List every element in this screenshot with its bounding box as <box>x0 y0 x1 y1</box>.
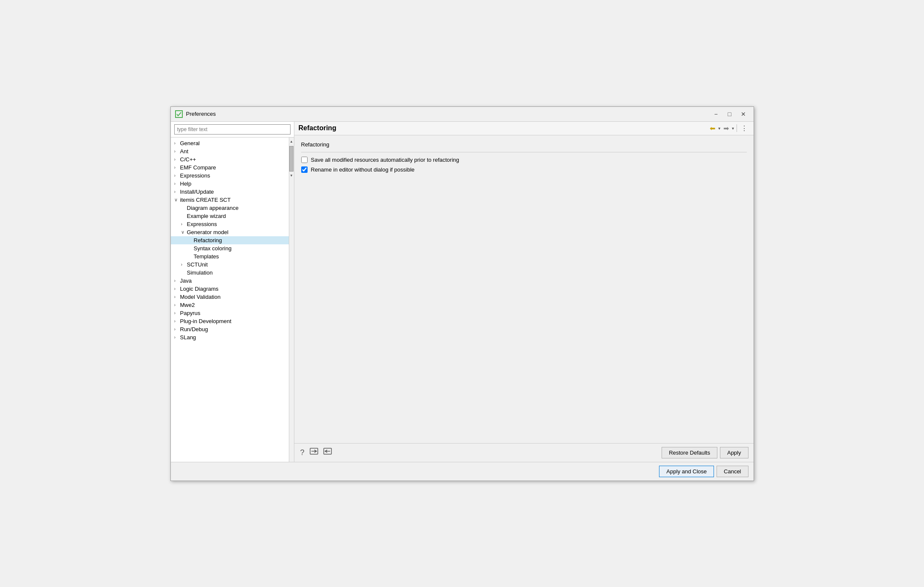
sidebar-item-generator-model[interactable]: ∨Generator model <box>171 228 289 236</box>
sidebar-item-example-wizard[interactable]: Example wizard <box>171 212 289 220</box>
tree-label-diagram-appearance: Diagram appearance <box>187 205 239 211</box>
tree-label-help: Help <box>180 180 192 187</box>
scroll-down-arrow[interactable]: ▼ <box>289 172 294 179</box>
tree-label-expressions-top: Expressions <box>180 172 210 179</box>
sidebar-item-model-validation[interactable]: ›Model Validation <box>171 293 289 301</box>
back-dropdown[interactable]: ▾ <box>718 125 721 132</box>
right-panel: Refactoring ⬅ ▾ ➡ ▾ ⋮ Refactoring Save a… <box>294 122 754 462</box>
sidebar-item-templates[interactable]: Templates <box>171 252 289 261</box>
tree-arrow-papyrus: › <box>174 310 180 315</box>
tree-label-model-validation: Model Validation <box>180 294 221 300</box>
tree-label-plugin-dev: Plug-in Development <box>180 318 232 324</box>
sidebar-tree: ›General›Ant›C/C++›EMF Compare›Expressio… <box>171 137 289 462</box>
sidebar: ›General›Ant›C/C++›EMF Compare›Expressio… <box>171 122 294 462</box>
sidebar-item-sctunit[interactable]: ›SCTUnit <box>171 261 289 269</box>
sidebar-item-java[interactable]: ›Java <box>171 277 289 285</box>
sidebar-scrollbar[interactable]: ▲ ▼ <box>289 137 294 462</box>
sidebar-item-run-debug[interactable]: ›Run/Debug <box>171 325 289 333</box>
toolbar-actions: ⬅ ▾ ➡ ▾ ⋮ <box>708 123 749 133</box>
bottom-left-icons: ? <box>299 447 333 458</box>
tree-arrow-expressions-top: › <box>174 173 180 178</box>
sidebar-item-itemis-create[interactable]: ∨itemis CREATE SCT <box>171 196 289 204</box>
forward-dropdown[interactable]: ▾ <box>731 125 734 132</box>
panel-toolbar: Refactoring ⬅ ▾ ➡ ▾ ⋮ <box>294 122 754 135</box>
sidebar-item-refactoring[interactable]: Refactoring <box>171 236 289 244</box>
sidebar-item-help[interactable]: ›Help <box>171 180 289 188</box>
sidebar-item-expressions-child[interactable]: ›Expressions <box>171 220 289 228</box>
tree-label-sctunit: SCTUnit <box>187 261 208 268</box>
tree-arrow-slang: › <box>174 335 180 340</box>
apply-button[interactable]: Apply <box>720 447 748 458</box>
scroll-thumb[interactable] <box>289 146 294 172</box>
sidebar-item-general[interactable]: ›General <box>171 139 289 147</box>
save-modified-checkbox[interactable] <box>301 157 308 163</box>
tree-arrow-java: › <box>174 278 180 283</box>
scroll-up-arrow[interactable]: ▲ <box>289 138 294 145</box>
maximize-button[interactable]: □ <box>724 109 736 119</box>
tree-arrow-sctunit: › <box>181 262 187 267</box>
sidebar-item-syntax-coloring[interactable]: Syntax coloring <box>171 244 289 252</box>
sidebar-item-cpp[interactable]: ›C/C++ <box>171 155 289 163</box>
restore-defaults-button[interactable]: Restore Defaults <box>662 447 717 458</box>
tree-label-install-update: Install/Update <box>180 189 214 195</box>
tree-label-generator-model: Generator model <box>187 229 229 235</box>
sidebar-item-slang[interactable]: ›SLang <box>171 333 289 341</box>
checkbox-row-save: Save all modified resources automaticall… <box>301 157 747 163</box>
tree-arrow-ant: › <box>174 149 180 154</box>
sidebar-item-mwe2[interactable]: ›Mwe2 <box>171 301 289 309</box>
back-button[interactable]: ⬅ <box>708 123 717 133</box>
tree-label-emf-compare: EMF Compare <box>180 164 216 171</box>
sidebar-item-expressions-top[interactable]: ›Expressions <box>171 172 289 180</box>
tree-arrow-mwe2: › <box>174 302 180 307</box>
checkbox-row-rename: Rename in editor without dialog if possi… <box>301 166 747 173</box>
sidebar-item-simulation[interactable]: Simulation <box>171 269 289 277</box>
import-button[interactable] <box>309 447 319 458</box>
bottom-right-buttons: Restore Defaults Apply <box>662 447 748 458</box>
tree-arrow-plugin-dev: › <box>174 318 180 324</box>
import-icon <box>310 448 318 455</box>
sidebar-filter-area <box>171 122 294 137</box>
rename-editor-checkbox[interactable] <box>301 166 308 173</box>
tree-arrow-logic-diagrams: › <box>174 286 180 291</box>
tree-label-run-debug: Run/Debug <box>180 326 208 332</box>
help-icon-button[interactable]: ? <box>299 447 305 458</box>
svg-rect-0 <box>176 111 182 117</box>
more-options-icon[interactable]: ⋮ <box>739 124 749 132</box>
tree-label-expressions-child: Expressions <box>187 221 217 227</box>
tree-label-simulation: Simulation <box>187 269 213 276</box>
window-controls: − □ ✕ <box>710 109 749 119</box>
tree-label-java: Java <box>180 278 192 284</box>
sidebar-item-plugin-dev[interactable]: ›Plug-in Development <box>171 317 289 325</box>
sidebar-item-ant[interactable]: ›Ant <box>171 147 289 155</box>
tree-label-refactoring: Refactoring <box>194 237 222 243</box>
forward-button[interactable]: ➡ <box>722 123 731 133</box>
section-title: Refactoring <box>301 141 747 148</box>
tree-label-itemis-create: itemis CREATE SCT <box>180 197 231 203</box>
window-title: Preferences <box>186 111 710 117</box>
panel-title: Refactoring <box>299 124 337 132</box>
bottom-bar: ? <box>294 443 754 462</box>
cancel-button[interactable]: Cancel <box>717 466 748 477</box>
close-button[interactable]: ✕ <box>737 109 749 119</box>
sidebar-item-install-update[interactable]: ›Install/Update <box>171 188 289 196</box>
sidebar-item-emf-compare[interactable]: ›EMF Compare <box>171 163 289 172</box>
main-content: ›General›Ant›C/C++›EMF Compare›Expressio… <box>171 122 754 462</box>
tree-label-papyrus: Papyrus <box>180 310 201 316</box>
tree-arrow-model-validation: › <box>174 294 180 299</box>
export-button[interactable] <box>322 447 333 458</box>
filter-input[interactable] <box>174 124 291 135</box>
footer-bar: Apply and Close Cancel <box>171 462 754 481</box>
apply-and-close-button[interactable]: Apply and Close <box>659 466 714 477</box>
tree-arrow-install-update: › <box>174 189 180 194</box>
sidebar-item-logic-diagrams[interactable]: ›Logic Diagrams <box>171 285 289 293</box>
toolbar-separator <box>737 124 737 132</box>
tree-arrow-expressions-child: › <box>181 221 187 226</box>
tree-arrow-help: › <box>174 181 180 186</box>
tree-label-slang: SLang <box>180 334 196 341</box>
minimize-button[interactable]: − <box>710 109 722 119</box>
sidebar-item-papyrus[interactable]: ›Papyrus <box>171 309 289 317</box>
sidebar-item-diagram-appearance[interactable]: Diagram appearance <box>171 204 289 212</box>
rename-editor-label: Rename in editor without dialog if possi… <box>311 166 415 173</box>
tree-arrow-itemis-create: ∨ <box>174 197 180 203</box>
title-bar: Preferences − □ ✕ <box>171 107 754 122</box>
